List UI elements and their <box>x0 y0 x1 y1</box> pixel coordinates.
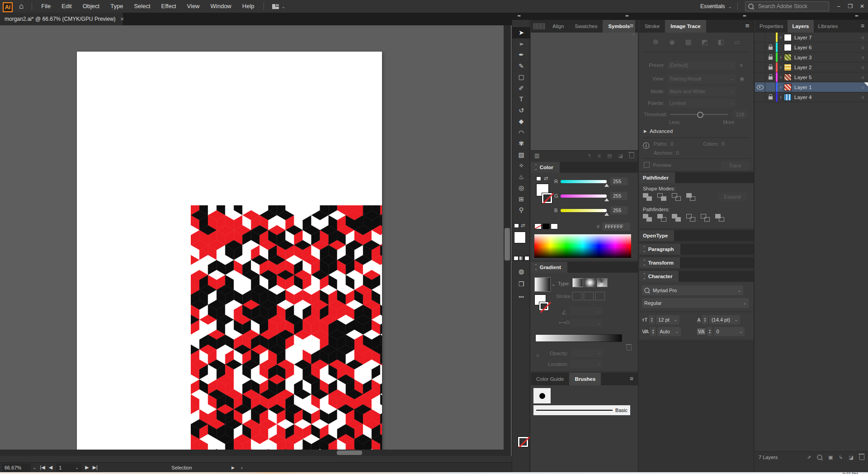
target-circle-icon[interactable]: ○ <box>861 35 864 40</box>
tracking-stepper[interactable]: ▲▼ <box>707 327 712 336</box>
leading-field[interactable]: (14.4 pt) ⌄ <box>709 315 740 324</box>
channel-value[interactable]: 255 <box>610 177 627 185</box>
type-tool[interactable]: T <box>512 94 530 105</box>
slider-thumb[interactable] <box>604 213 609 216</box>
app-logo-icon[interactable]: Ai <box>3 2 13 12</box>
zoom-dropdown-icon[interactable]: ⌄ <box>33 465 36 470</box>
panel-tab[interactable]: Stroke <box>639 20 665 33</box>
shape-builder-tool[interactable]: ◎ <box>512 182 530 194</box>
pathfinder-icon[interactable] <box>715 214 725 222</box>
kerning-field[interactable]: Auto ⌄ <box>657 327 681 336</box>
collapse-panel-icon[interactable]: ⌃⌄ <box>534 164 538 171</box>
lock-cell[interactable] <box>765 43 776 52</box>
menu-item[interactable]: View <box>182 0 205 13</box>
draw-mode-icon[interactable]: ◍ <box>512 266 530 277</box>
basic-brush-item[interactable]: Basic <box>533 405 630 415</box>
tracking-field[interactable]: 0 ⌄ <box>714 327 745 336</box>
arrange-documents-icon[interactable] <box>272 4 279 9</box>
panel-tab[interactable]: Image Trace <box>665 20 706 33</box>
aspect-field[interactable]: ⌄ <box>571 319 603 327</box>
chevron-down-icon[interactable]: ⌄ <box>728 4 732 9</box>
menu-item[interactable]: Select <box>128 0 156 13</box>
chevron-down-icon[interactable]: ⌄ <box>282 4 285 9</box>
edit-toolbar-icon[interactable]: ••• <box>512 291 530 303</box>
vertical-scrollbar-thumb[interactable] <box>505 228 510 261</box>
shape-mode-icon[interactable] <box>657 193 667 201</box>
status-display[interactable]: Selection <box>141 465 222 470</box>
target-circle-icon[interactable]: ○ <box>861 45 864 50</box>
kerning-stepper[interactable]: ▲▼ <box>650 327 656 336</box>
zoom-tool[interactable]: ⚲ <box>512 204 530 216</box>
lasso-tool[interactable]: ◠ <box>512 127 530 138</box>
black-swatch[interactable] <box>542 223 550 229</box>
symbols-panel-body[interactable]: ⌃ <box>531 33 638 150</box>
gradient-tool[interactable]: ▧ <box>512 149 530 161</box>
layer-row[interactable]: › Layer 2 ○ <box>755 62 868 72</box>
lock-cell[interactable] <box>765 52 776 62</box>
visibility-cell[interactable] <box>755 33 765 42</box>
window-minimize-button[interactable]: – <box>833 0 844 12</box>
menu-item[interactable]: Type <box>105 0 128 13</box>
layer-row[interactable]: › Layer 3 ○ <box>755 52 868 62</box>
rectangle-tool[interactable]: ▢ <box>512 71 530 83</box>
auto-color-icon[interactable]: ❁ <box>650 37 662 47</box>
traced-pattern-artwork[interactable] <box>191 205 382 456</box>
layer-name[interactable]: Layer 4 <box>794 95 861 100</box>
swap-fill-stroke-icon[interactable]: ⇄ <box>521 223 525 228</box>
gradient-eyedropper-icon[interactable]: ✧ <box>533 351 542 360</box>
panel-tab[interactable]: Align <box>547 20 570 33</box>
visibility-cell[interactable] <box>755 52 765 62</box>
trace-button[interactable]: Trace <box>721 161 749 170</box>
prev-artboard-icon[interactable]: ◀ <box>49 465 52 470</box>
pathfinder-icon[interactable] <box>686 214 696 222</box>
menu-item[interactable]: Edit <box>56 0 77 13</box>
break-link-icon[interactable]: ⧈ <box>598 153 601 159</box>
screen-mode-icon[interactable]: ❒ <box>512 279 530 290</box>
font-style-field[interactable]: Regular ⌄ <box>642 298 749 308</box>
lock-cell[interactable] <box>765 33 776 42</box>
panel-menu-icon[interactable]: ≡ <box>861 22 864 29</box>
round-brush-item[interactable] <box>533 388 551 403</box>
target-circle-icon[interactable]: ○ <box>861 55 864 60</box>
menu-item[interactable]: File <box>36 0 56 13</box>
pathfinder-panel-tab[interactable]: Pathfinder <box>639 172 675 183</box>
default-colors-icon[interactable] <box>536 176 541 181</box>
threshold-thumb[interactable] <box>697 112 703 118</box>
panel-menu-icon[interactable]: ≡ <box>630 375 633 382</box>
font-size-stepper[interactable]: ▲▼ <box>649 315 655 324</box>
visibility-cell[interactable] <box>755 82 765 92</box>
shape-mode-icon[interactable] <box>672 193 682 201</box>
expand-layer-icon[interactable]: › <box>778 55 784 60</box>
slider-thumb[interactable] <box>604 184 609 187</box>
threshold-slider[interactable] <box>670 114 728 115</box>
menu-item[interactable]: Effect <box>156 0 182 13</box>
window-close-button[interactable]: ✕ <box>856 0 868 12</box>
stroke-within-button[interactable] <box>572 292 582 300</box>
panel-grip-icon[interactable] <box>533 23 545 29</box>
layer-row[interactable]: › Layer 5 ○ <box>755 72 868 82</box>
low-color-icon[interactable]: ▦ <box>683 37 694 47</box>
target-circle-icon[interactable]: ○ <box>861 65 864 70</box>
window-restore-button[interactable]: ❐ <box>844 0 856 12</box>
palette-field[interactable]: Limited ⌄ <box>667 99 736 108</box>
layer-name[interactable]: Layer 5 <box>794 75 861 80</box>
gradient-button[interactable] <box>519 256 524 261</box>
transform-panel-tab[interactable]: ⌃⌄Transform <box>639 257 680 268</box>
layer-name[interactable]: Layer 3 <box>794 55 861 60</box>
black-white-icon[interactable]: ◧ <box>715 37 727 47</box>
shape-mode-icon[interactable] <box>686 193 696 201</box>
first-artboard-icon[interactable]: |◀ <box>40 465 45 470</box>
gradient-preview-swatch[interactable] <box>534 277 551 292</box>
delete-symbol-icon[interactable] <box>629 153 634 158</box>
symbol-options-icon[interactable]: ▤ <box>607 153 612 159</box>
close-document-icon[interactable]: ✕ <box>120 16 124 22</box>
layer-thumbnail[interactable] <box>784 94 792 101</box>
white-swatch[interactable] <box>551 223 558 229</box>
locate-object-icon[interactable] <box>817 455 822 460</box>
panel-menu-icon[interactable]: ≡ <box>745 22 749 29</box>
pathfinder-icon[interactable] <box>672 214 682 222</box>
menu-item[interactable]: Object <box>77 0 105 13</box>
layer-row[interactable]: › Layer 4 ○ <box>755 92 868 102</box>
stroke-color-swatch[interactable] <box>518 436 528 447</box>
channel-value[interactable]: 255 <box>610 192 627 200</box>
